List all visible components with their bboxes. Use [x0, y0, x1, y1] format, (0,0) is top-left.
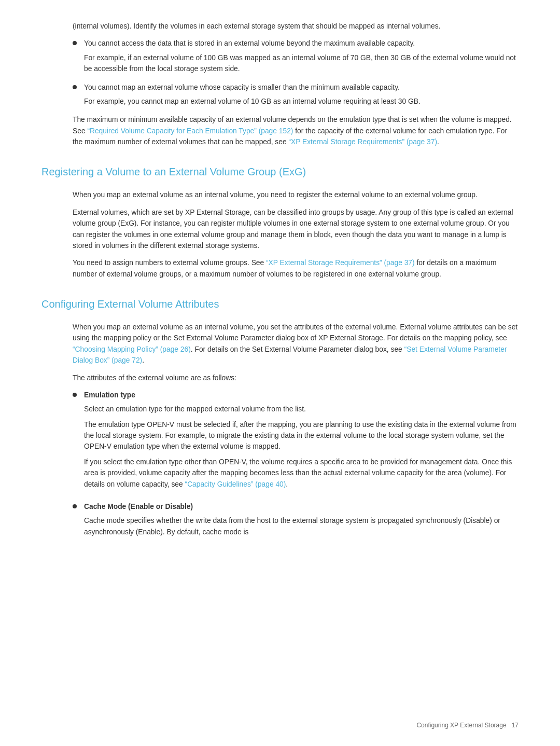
- section1-para3-start: You need to assign numbers to external v…: [73, 259, 266, 267]
- attr-emulation-type: Emulation type Select an emulation type …: [73, 390, 519, 494]
- bullet-item-2: You cannot map an external volume whose …: [73, 82, 519, 107]
- attr-emulation-link[interactable]: “Capacity Guidelines” (page 40): [185, 480, 286, 488]
- bullet-content-2: You cannot map an external volume whose …: [84, 82, 519, 107]
- capacity-text-end: .: [437, 138, 439, 146]
- bullet-dot-2: [73, 85, 77, 89]
- section1-para1: When you map an external volume as an in…: [73, 189, 519, 200]
- attr-emulation-para3-end: .: [286, 480, 288, 488]
- attr-title-paren: ): [191, 503, 193, 510]
- bullet-sub-2: For example, you cannot map an external …: [84, 96, 519, 107]
- footer-section-title: Configuring XP External Storage: [416, 722, 506, 729]
- attr-emulation-para1: Select an emulation type for the mapped …: [84, 404, 519, 415]
- page-container: (internal volumes). Identify the volumes…: [0, 0, 560, 746]
- bullet-dot-1: [73, 41, 77, 45]
- bullet-main-1: You cannot access the data that is store…: [84, 38, 519, 49]
- attr-cache-para1: Cache mode specifies whether the write d…: [84, 515, 519, 537]
- bullet-sub-1: For example, if an external volume of 10…: [84, 52, 519, 75]
- attr-cache-mode: Cache Mode (Enable or Disable) Cache mod…: [73, 501, 519, 542]
- bullet-section-2: You cannot map an external volume whose …: [73, 82, 519, 107]
- section1-para3: You need to assign numbers to external v…: [73, 257, 519, 280]
- page-footer: Configuring XP External Storage 17: [416, 721, 519, 730]
- section1-heading: Registering a Volume to an External Volu…: [41, 164, 519, 181]
- footer-page-number: 17: [512, 722, 519, 729]
- section2-link1[interactable]: “Choosing Mapping Policy” (page 26): [73, 346, 191, 353]
- intro-paragraph: (internal volumes). Identify the volumes…: [73, 21, 519, 32]
- capacity-paragraph: The maximum or minimum available capacit…: [73, 114, 519, 147]
- attr-title-emulation-bold: Emulation type: [84, 391, 135, 399]
- bullet-content-1: You cannot access the data that is store…: [84, 38, 519, 74]
- section1-para2: External volumes, which are set by XP Ex…: [73, 207, 519, 252]
- capacity-link-2[interactable]: “XP External Storage Requirements” (page…: [288, 138, 437, 146]
- attr-title-disable-bold: Disable: [165, 503, 190, 510]
- section1-link[interactable]: “XP External Storage Requirements” (page…: [266, 259, 415, 267]
- attr-emulation-para3-start: If you select the emulation type other t…: [84, 458, 512, 488]
- section2-heading: Configuring External Volume Attributes: [41, 296, 519, 313]
- attr-title-or: or: [154, 503, 165, 510]
- bullet-main-2: You cannot map an external volume whose …: [84, 82, 519, 93]
- attr-emulation-para2: The emulation type OPEN-V must be select…: [84, 419, 519, 452]
- attr-title-emulation: Emulation type: [84, 390, 519, 400]
- section2-para1-start: When you map an external volume as an in…: [73, 323, 517, 342]
- bullet-section-1: You cannot access the data that is store…: [73, 38, 519, 74]
- section2-para1-mid: . For details on the Set External Volume…: [191, 346, 404, 353]
- bullet-item-1: You cannot access the data that is store…: [73, 38, 519, 74]
- section2-para1: When you map an external volume as an in…: [73, 322, 519, 366]
- capacity-link-1[interactable]: “Required Volume Capacity for Each Emula…: [87, 127, 293, 135]
- section2-para1-end: .: [142, 356, 144, 364]
- attr-emulation-para3: If you select the emulation type other t…: [84, 457, 519, 490]
- attr-title-cache-normal: Cache Mode (: [84, 503, 131, 510]
- content-area: (internal volumes). Identify the volumes…: [73, 21, 519, 542]
- section2-para2: The attributes of the external volume ar…: [73, 372, 519, 383]
- attr-title-enable-bold: Enable: [131, 503, 154, 510]
- attr-dot-cache: [73, 504, 77, 508]
- attr-content-emulation: Emulation type Select an emulation type …: [84, 390, 519, 494]
- attr-title-cache: Cache Mode (Enable or Disable): [84, 501, 519, 512]
- attr-dot-emulation: [73, 393, 77, 397]
- attr-content-cache: Cache Mode (Enable or Disable) Cache mod…: [84, 501, 519, 542]
